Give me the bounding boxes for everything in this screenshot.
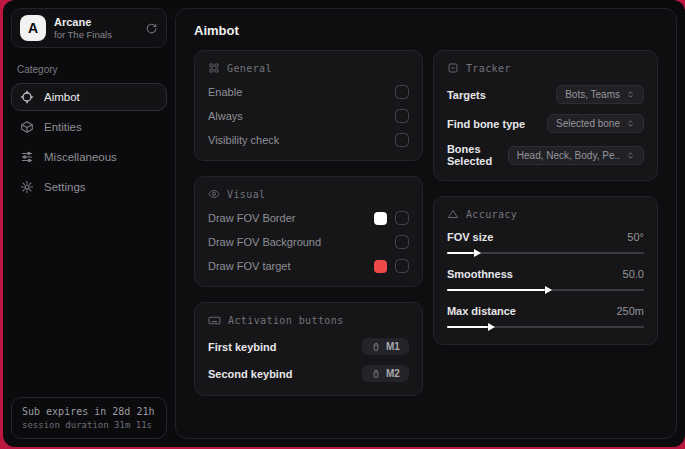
fov-border-color-swatch[interactable] bbox=[374, 212, 387, 225]
fov-size-setting: FOV size 50° bbox=[447, 231, 644, 255]
accuracy-card: Accuracy FOV size 50° bbox=[433, 196, 658, 345]
main-panel: Aimbot General Enable bbox=[175, 8, 677, 439]
setting-label: Second keybind bbox=[208, 368, 292, 380]
setting-label: Bones Selected bbox=[447, 143, 508, 167]
app-logo: A bbox=[20, 15, 46, 41]
setting-row: Visibility check bbox=[208, 133, 409, 147]
mouse-icon bbox=[371, 369, 381, 379]
keybind-value: M2 bbox=[386, 368, 400, 379]
app-window: A Arcane for The Finals Category Aimbot bbox=[3, 0, 685, 447]
setting-label: Enable bbox=[208, 86, 242, 98]
visual-card: Visual Draw FOV Border Draw FOV Backgrou… bbox=[194, 176, 423, 287]
setting-row: Draw FOV Border bbox=[208, 211, 409, 225]
card-title: Activation buttons bbox=[228, 315, 344, 326]
first-keybind-button[interactable]: M1 bbox=[362, 338, 409, 355]
triangle-icon bbox=[447, 208, 459, 220]
setting-row: Draw FOV target bbox=[208, 259, 409, 273]
gear-icon bbox=[20, 180, 34, 194]
card-title: Tracker bbox=[466, 63, 511, 74]
dropdown-value: Selected bone bbox=[556, 118, 620, 129]
sub-expiry-text: Sub expires in 28d 21h bbox=[22, 406, 156, 417]
keybind-value: M1 bbox=[386, 341, 400, 352]
activation-buttons-card: Activation buttons First keybind M1 bbox=[194, 302, 423, 396]
brand-card: A Arcane for The Finals bbox=[11, 8, 167, 48]
slider-value: 50° bbox=[627, 231, 644, 243]
slider-value: 50.0 bbox=[623, 268, 644, 280]
setting-label: Targets bbox=[447, 89, 486, 101]
setting-label: Max distance bbox=[447, 305, 516, 317]
setting-label: Visibility check bbox=[208, 134, 279, 146]
page-title: Aimbot bbox=[194, 23, 658, 38]
fov-size-slider[interactable] bbox=[447, 251, 644, 255]
always-checkbox[interactable] bbox=[395, 109, 409, 123]
max-distance-setting: Max distance 250m bbox=[447, 305, 644, 329]
setting-row: First keybind M1 bbox=[208, 338, 409, 355]
scan-icon bbox=[447, 62, 459, 74]
sliders-icon bbox=[20, 150, 34, 164]
setting-label: Find bone type bbox=[447, 118, 525, 130]
setting-row: Always bbox=[208, 109, 409, 123]
setting-label: FOV size bbox=[447, 231, 493, 243]
slider-fill bbox=[447, 252, 475, 255]
crosshair-icon bbox=[20, 90, 34, 104]
dropdown-value: Bots, Teams bbox=[565, 89, 620, 100]
setting-label: Draw FOV target bbox=[208, 260, 291, 272]
setting-row: Bones Selected Head, Neck, Body, Pe.. bbox=[447, 143, 644, 167]
sidebar-nav: Aimbot Entities Miscellaneous bbox=[11, 83, 167, 201]
brand-subtitle: for The Finals bbox=[54, 29, 137, 40]
setting-row: Draw FOV Background bbox=[208, 235, 409, 249]
smoothness-slider[interactable] bbox=[447, 288, 644, 292]
setting-row: Find bone type Selected bone bbox=[447, 114, 644, 133]
dropdown-value: Head, Neck, Body, Pe.. bbox=[517, 150, 620, 161]
sidebar: A Arcane for The Finals Category Aimbot bbox=[3, 0, 175, 447]
find-bone-type-dropdown[interactable]: Selected bone bbox=[547, 114, 644, 133]
sidebar-item-entities[interactable]: Entities bbox=[11, 113, 167, 141]
setting-row: Enable bbox=[208, 85, 409, 99]
unfold-icon bbox=[626, 151, 635, 160]
tracker-card: Tracker Targets Bots, Teams bbox=[433, 50, 658, 181]
setting-label: Draw FOV Border bbox=[208, 212, 295, 224]
sidebar-item-settings[interactable]: Settings bbox=[11, 173, 167, 201]
setting-row: Second keybind M2 bbox=[208, 365, 409, 382]
card-title: General bbox=[227, 63, 272, 74]
max-distance-slider[interactable] bbox=[447, 325, 644, 329]
brand-text: Arcane for The Finals bbox=[54, 16, 137, 40]
subscription-info: Sub expires in 28d 21h session duration … bbox=[11, 397, 167, 439]
draw-fov-border-checkbox[interactable] bbox=[395, 211, 409, 225]
setting-label: Draw FOV Background bbox=[208, 236, 321, 248]
sidebar-item-aimbot[interactable]: Aimbot bbox=[11, 83, 167, 111]
targets-dropdown[interactable]: Bots, Teams bbox=[556, 85, 644, 104]
unfold-icon bbox=[626, 119, 635, 128]
session-duration-text: session duration 31m 11s bbox=[22, 420, 156, 430]
second-keybind-button[interactable]: M2 bbox=[362, 365, 409, 382]
sidebar-item-label: Aimbot bbox=[44, 91, 80, 103]
refresh-icon[interactable] bbox=[145, 22, 158, 35]
card-title: Visual bbox=[227, 189, 266, 200]
slider-value: 250m bbox=[616, 305, 644, 317]
mouse-icon bbox=[371, 342, 381, 352]
setting-row: Targets Bots, Teams bbox=[447, 85, 644, 104]
grid-icon bbox=[208, 62, 220, 74]
unfold-icon bbox=[626, 90, 635, 99]
fov-target-color-swatch[interactable] bbox=[374, 260, 387, 273]
sidebar-item-miscellaneous[interactable]: Miscellaneous bbox=[11, 143, 167, 171]
setting-label: Smoothness bbox=[447, 268, 513, 280]
bones-selected-dropdown[interactable]: Head, Neck, Body, Pe.. bbox=[508, 146, 644, 165]
draw-fov-background-checkbox[interactable] bbox=[395, 235, 409, 249]
setting-label: First keybind bbox=[208, 341, 276, 353]
keyboard-icon bbox=[208, 314, 221, 327]
card-title: Accuracy bbox=[466, 209, 517, 220]
sidebar-item-label: Miscellaneous bbox=[44, 151, 117, 163]
eye-icon bbox=[208, 188, 220, 200]
smoothness-setting: Smoothness 50.0 bbox=[447, 268, 644, 292]
setting-label: Always bbox=[208, 110, 243, 122]
draw-fov-target-checkbox[interactable] bbox=[395, 259, 409, 273]
enable-checkbox[interactable] bbox=[395, 85, 409, 99]
general-card: General Enable Always Visibility check bbox=[194, 50, 423, 161]
visibility-check-checkbox[interactable] bbox=[395, 133, 409, 147]
brand-name: Arcane bbox=[54, 16, 137, 28]
sidebar-item-label: Entities bbox=[44, 121, 82, 133]
sidebar-item-label: Settings bbox=[44, 181, 86, 193]
category-label: Category bbox=[17, 64, 161, 75]
slider-fill bbox=[447, 289, 546, 292]
